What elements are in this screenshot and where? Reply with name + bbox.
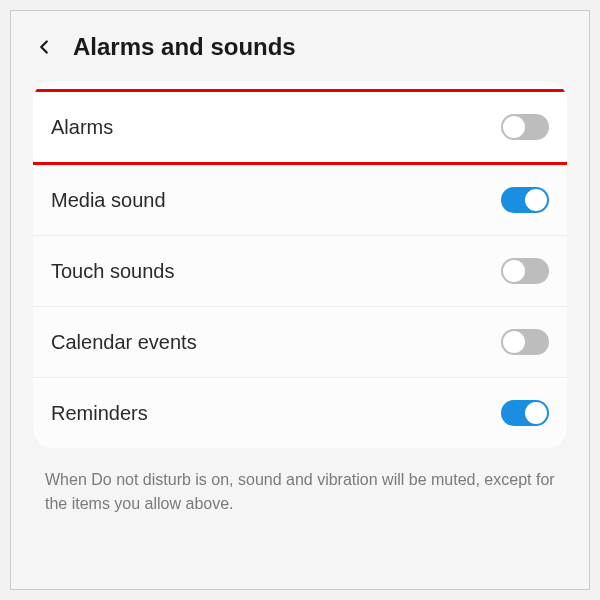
setting-label: Reminders xyxy=(51,402,148,425)
toggle-calendar-events[interactable] xyxy=(501,329,549,355)
header: Alarms and sounds xyxy=(33,23,567,81)
setting-row-reminders[interactable]: Reminders xyxy=(33,378,567,448)
toggle-media-sound[interactable] xyxy=(501,187,549,213)
setting-row-calendar-events[interactable]: Calendar events xyxy=(33,307,567,378)
toggle-alarms[interactable] xyxy=(501,114,549,140)
toggle-reminders[interactable] xyxy=(501,400,549,426)
setting-row-touch-sounds[interactable]: Touch sounds xyxy=(33,236,567,307)
settings-screen: Alarms and sounds Alarms Media sound Tou… xyxy=(10,10,590,590)
page-title: Alarms and sounds xyxy=(73,33,296,61)
setting-label: Calendar events xyxy=(51,331,197,354)
setting-row-alarms[interactable]: Alarms xyxy=(33,89,567,165)
settings-panel: Alarms Media sound Touch sounds Calendar… xyxy=(33,81,567,448)
setting-label: Touch sounds xyxy=(51,260,174,283)
back-icon[interactable] xyxy=(33,36,55,58)
toggle-touch-sounds[interactable] xyxy=(501,258,549,284)
setting-label: Media sound xyxy=(51,189,166,212)
setting-row-media-sound[interactable]: Media sound xyxy=(33,165,567,236)
setting-label: Alarms xyxy=(51,116,113,139)
footer-text: When Do not disturb is on, sound and vib… xyxy=(33,448,567,516)
